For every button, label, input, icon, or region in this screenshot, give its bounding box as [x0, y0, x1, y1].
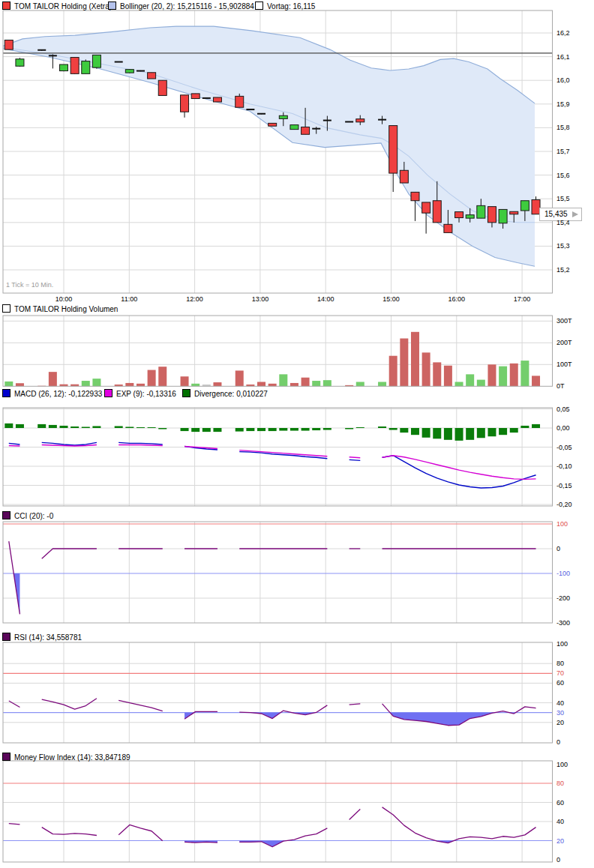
- legend-item-macd[interactable]: MACD (26, 12): -0,122933: [2, 389, 102, 398]
- price-axis-label: 15,6: [556, 172, 570, 179]
- legend-item-instrument[interactable]: TOM TAILOR Holding (Xetra): [2, 1, 112, 10]
- volume-bar: [422, 352, 430, 386]
- volume-bar: [466, 374, 474, 386]
- divergence-bar: [191, 428, 200, 432]
- price-axis-label: 16,2: [556, 29, 570, 37]
- divergence-bar: [488, 428, 496, 436]
- price-axis-label: 15,8: [556, 124, 570, 131]
- time-axis-label: 10:00: [50, 295, 77, 303]
- series-swatch-icon: [2, 633, 10, 641]
- volume-axis-label: 200T: [556, 339, 572, 346]
- price-axis-label: 15,7: [556, 148, 570, 155]
- price-axis-label: 15,4: [556, 219, 570, 226]
- series-swatch-icon: [2, 511, 10, 519]
- candle: [433, 201, 441, 223]
- legend-label: Money Flow Index (14): 33,847189: [14, 753, 130, 762]
- candle-doji: [246, 109, 254, 110]
- divergence-bar: [356, 427, 364, 428]
- legend-item-exp[interactable]: EXP (9): -0,13316: [104, 389, 176, 398]
- candle-doji: [202, 97, 211, 99]
- volume-bar: [312, 381, 320, 386]
- macd-axis-label: 0,00: [556, 424, 570, 432]
- volume-bar: [356, 382, 364, 387]
- mfi-axis-label: 20: [556, 837, 564, 845]
- divergence-bar: [466, 428, 474, 440]
- divergence-bar: [246, 428, 254, 431]
- rsi-axis-label: 70: [556, 669, 564, 677]
- legend-label: EXP (9): -0,13316: [116, 390, 176, 398]
- candle-doji: [378, 119, 386, 121]
- legend-item-divergence[interactable]: Divergence: 0,010227: [182, 389, 268, 398]
- mfi-line: [382, 807, 536, 843]
- divergence-bar: [312, 428, 320, 430]
- legend-item-cci[interactable]: CCI (20): -0: [2, 511, 53, 520]
- current-price-value: 15,435: [544, 210, 568, 218]
- series-swatch-icon: [108, 1, 116, 10]
- mfi-axis-label: 100: [556, 761, 568, 768]
- mfi-axis-label: 40: [556, 818, 564, 825]
- rsi-line: [350, 704, 361, 705]
- candle-doji: [49, 55, 57, 56]
- exp-line: [118, 444, 163, 445]
- time-axis-label: 12:00: [182, 295, 208, 303]
- series-swatch-icon: [255, 1, 263, 10]
- candle: [191, 94, 200, 99]
- series-swatch-icon: [182, 389, 190, 397]
- cci-legend: CCI (20): -0: [0, 511, 594, 521]
- cci-axis-label: -300: [556, 619, 570, 627]
- panel-border: [3, 642, 553, 743]
- candle: [213, 97, 221, 102]
- volume-axis-label: 100T: [556, 361, 572, 368]
- mfi-line: [184, 842, 218, 843]
- candle: [356, 119, 364, 122]
- mfi-oversold-fill: [239, 841, 286, 847]
- divergence-bar: [38, 424, 46, 428]
- volume-bar: [477, 380, 485, 387]
- volume-bar: [400, 339, 408, 387]
- macd-axis-label: -0,20: [556, 501, 572, 508]
- price-axis-label: 16,1: [556, 53, 570, 61]
- candle: [70, 58, 79, 74]
- legend-item-bollinger[interactable]: Bollinger (20, 2): 15,215116 - 15,902884: [108, 1, 254, 10]
- series-swatch-icon: [104, 389, 112, 397]
- candle: [290, 125, 298, 130]
- candle: [158, 80, 166, 95]
- divergence-bar: [520, 426, 529, 428]
- legend-item-rsi[interactable]: RSI (14): 34,558781: [2, 633, 82, 642]
- candle: [4, 40, 13, 49]
- divergence-bar: [290, 428, 298, 431]
- main-chart-legend: TOM TAILOR Holding (Xetra) Bollinger (20…: [0, 1, 594, 11]
- divergence-bar: [279, 428, 287, 431]
- series-swatch-icon: [2, 753, 10, 761]
- price-arrow-icon: [572, 211, 578, 217]
- legend-label: RSI (14): 34,558781: [14, 633, 82, 642]
- volume-bar: [181, 376, 189, 386]
- macd-line: [9, 443, 20, 444]
- candle: [455, 212, 464, 218]
- candle: [488, 207, 496, 223]
- time-axis-label: 17:00: [508, 295, 536, 303]
- price-axis-label: 15,5: [556, 195, 570, 202]
- volume-bar: [389, 356, 398, 387]
- legend-label: TOM TAILOR Holding Volumen: [14, 305, 118, 313]
- panel-border: [3, 522, 553, 623]
- divergence-bar: [125, 427, 134, 428]
- candle: [16, 59, 24, 66]
- legend-label: CCI (20): -0: [14, 512, 53, 520]
- rsi-axis-label: 40: [556, 699, 564, 707]
- candle-doji: [257, 113, 266, 115]
- legend-item-mfi[interactable]: Money Flow Index (14): 33,847189: [2, 753, 130, 762]
- series-swatch-icon: [2, 304, 10, 313]
- rsi-axis-label: 0: [556, 738, 560, 746]
- volume-bar: [236, 370, 244, 386]
- candle-doji: [312, 128, 320, 130]
- divergence-bar: [411, 428, 419, 435]
- legend-item-prev-close[interactable]: Vortag: 16,115: [255, 1, 315, 10]
- chart-canvas[interactable]: [0, 0, 594, 868]
- divergence-bar: [378, 427, 386, 428]
- candle: [181, 95, 189, 112]
- time-axis-label: 13:00: [247, 295, 274, 303]
- legend-item-volume[interactable]: TOM TAILOR Holding Volumen: [2, 304, 118, 313]
- price-axis-label: 15,3: [556, 242, 570, 250]
- volume-bar: [520, 361, 529, 386]
